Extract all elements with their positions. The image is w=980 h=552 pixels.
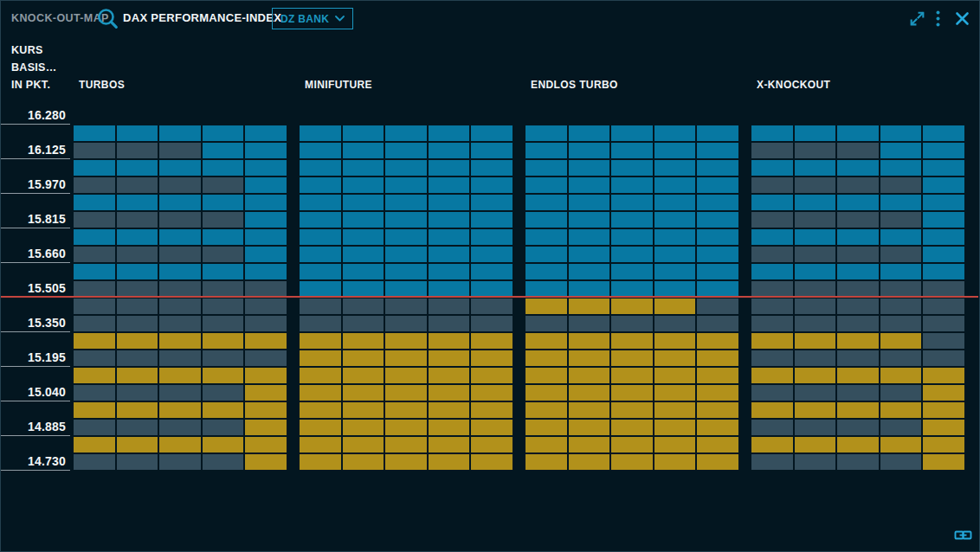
ko-cell-endlos-turbo-r17c2[interactable]	[569, 402, 610, 418]
ko-cell-x-knockout-r16c4[interactable]	[880, 385, 922, 401]
ko-cell-minifuture-r11c4[interactable]	[429, 298, 470, 314]
ko-cell-x-knockout-r15c1[interactable]	[751, 368, 793, 383]
ko-cell-x-knockout-r6c4[interactable]	[880, 212, 922, 228]
ko-cell-minifuture-r11c5[interactable]	[471, 298, 513, 314]
ko-cell-x-knockout-r9c1[interactable]	[751, 264, 793, 279]
ko-cell-x-knockout-r18c3[interactable]	[837, 420, 879, 435]
ko-cell-x-knockout-r13c4[interactable]	[880, 333, 922, 349]
ko-cell-x-knockout-r20c4[interactable]	[880, 454, 922, 470]
ko-cell-turbos-r18c2[interactable]	[117, 420, 158, 435]
ko-cell-minifuture-r14c3[interactable]	[385, 350, 427, 366]
ko-cell-x-knockout-r20c1[interactable]	[751, 454, 793, 470]
ko-cell-minifuture-r6c1[interactable]	[300, 212, 341, 228]
ko-cell-endlos-turbo-r14c5[interactable]	[697, 350, 738, 366]
ko-cell-endlos-turbo-r5c1[interactable]	[525, 195, 567, 210]
ko-cell-endlos-turbo-r11c2[interactable]	[569, 298, 610, 314]
ko-cell-minifuture-r16c2[interactable]	[343, 385, 384, 401]
ko-cell-x-knockout-r5c1[interactable]	[751, 195, 793, 210]
ko-cell-x-knockout-r18c1[interactable]	[751, 420, 793, 435]
ko-cell-endlos-turbo-r5c5[interactable]	[697, 195, 738, 210]
ko-cell-endlos-turbo-r19c3[interactable]	[611, 437, 653, 453]
ko-cell-endlos-turbo-r6c5[interactable]	[697, 212, 738, 228]
ko-cell-x-knockout-r20c2[interactable]	[795, 454, 836, 470]
ko-cell-endlos-turbo-r11c5[interactable]	[697, 298, 738, 314]
ko-cell-endlos-turbo-r10c4[interactable]	[654, 281, 696, 297]
ko-cell-endlos-turbo-r19c4[interactable]	[654, 437, 696, 453]
ko-cell-turbos-r2c1[interactable]	[74, 143, 115, 158]
ko-cell-turbos-r11c5[interactable]	[245, 298, 287, 314]
ko-cell-endlos-turbo-r17c3[interactable]	[611, 402, 653, 418]
ko-cell-turbos-r5c2[interactable]	[117, 195, 158, 210]
ko-cell-x-knockout-r8c2[interactable]	[795, 247, 836, 262]
ko-cell-x-knockout-r16c3[interactable]	[837, 385, 879, 401]
ko-cell-endlos-turbo-r2c3[interactable]	[611, 143, 653, 158]
ko-cell-minifuture-r10c5[interactable]	[471, 281, 513, 297]
ko-cell-x-knockout-r1c2[interactable]	[795, 125, 836, 141]
ko-cell-x-knockout-r15c5[interactable]	[923, 368, 964, 383]
search-icon[interactable]	[95, 6, 119, 30]
ko-cell-minifuture-r20c3[interactable]	[385, 454, 427, 470]
ko-cell-endlos-turbo-r12c2[interactable]	[569, 316, 610, 331]
ko-cell-x-knockout-r1c3[interactable]	[837, 125, 879, 141]
ko-cell-endlos-turbo-r4c1[interactable]	[525, 177, 567, 193]
ko-cell-minifuture-r2c3[interactable]	[385, 143, 427, 158]
ko-cell-endlos-turbo-r13c4[interactable]	[654, 333, 696, 349]
ko-cell-endlos-turbo-r20c4[interactable]	[654, 454, 696, 470]
ko-cell-endlos-turbo-r1c5[interactable]	[697, 125, 738, 141]
ko-cell-turbos-r7c2[interactable]	[117, 229, 158, 245]
ko-cell-minifuture-r16c4[interactable]	[429, 385, 470, 401]
ko-cell-minifuture-r1c4[interactable]	[429, 125, 470, 141]
ko-cell-turbos-r18c3[interactable]	[159, 420, 201, 435]
ko-cell-minifuture-r3c4[interactable]	[429, 160, 470, 176]
ko-cell-turbos-r13c4[interactable]	[203, 333, 244, 349]
ko-cell-turbos-r3c1[interactable]	[74, 160, 115, 176]
ko-cell-x-knockout-r6c5[interactable]	[923, 212, 964, 228]
ko-cell-minifuture-r4c4[interactable]	[429, 177, 470, 193]
ko-cell-turbos-r10c2[interactable]	[117, 281, 158, 297]
ko-cell-x-knockout-r17c2[interactable]	[795, 402, 836, 418]
ko-cell-minifuture-r17c4[interactable]	[429, 402, 470, 418]
ko-cell-turbos-r7c5[interactable]	[245, 229, 287, 245]
ko-cell-endlos-turbo-r1c1[interactable]	[525, 125, 567, 141]
ko-cell-x-knockout-r3c5[interactable]	[923, 160, 964, 176]
ko-cell-turbos-r3c5[interactable]	[245, 160, 287, 176]
ko-cell-minifuture-r6c2[interactable]	[343, 212, 384, 228]
ko-cell-endlos-turbo-r9c5[interactable]	[697, 264, 738, 279]
ko-cell-minifuture-r6c4[interactable]	[429, 212, 470, 228]
ko-cell-x-knockout-r19c4[interactable]	[880, 437, 922, 453]
ko-cell-endlos-turbo-r6c3[interactable]	[611, 212, 653, 228]
expand-icon[interactable]	[908, 10, 926, 28]
ko-cell-endlos-turbo-r8c1[interactable]	[525, 247, 567, 262]
ko-cell-endlos-turbo-r20c3[interactable]	[611, 454, 653, 470]
ko-cell-x-knockout-r15c3[interactable]	[837, 368, 879, 383]
ko-cell-x-knockout-r10c4[interactable]	[880, 281, 922, 297]
ko-cell-turbos-r1c2[interactable]	[117, 125, 158, 141]
ko-cell-minifuture-r5c1[interactable]	[300, 195, 341, 210]
ko-cell-minifuture-r3c2[interactable]	[343, 160, 384, 176]
ko-cell-turbos-r9c5[interactable]	[245, 264, 287, 279]
ko-cell-minifuture-r13c2[interactable]	[343, 333, 384, 349]
ko-cell-endlos-turbo-r10c3[interactable]	[611, 281, 653, 297]
ko-cell-minifuture-r13c1[interactable]	[300, 333, 341, 349]
ko-cell-endlos-turbo-r3c3[interactable]	[611, 160, 653, 176]
ko-cell-minifuture-r19c4[interactable]	[429, 437, 470, 453]
ko-cell-x-knockout-r20c5[interactable]	[923, 454, 964, 470]
ko-cell-turbos-r6c1[interactable]	[74, 212, 115, 228]
ko-cell-minifuture-r18c3[interactable]	[385, 420, 427, 435]
ko-cell-endlos-turbo-r15c2[interactable]	[569, 368, 610, 383]
ko-cell-x-knockout-r9c4[interactable]	[880, 264, 922, 279]
ko-cell-x-knockout-r7c5[interactable]	[923, 229, 964, 245]
ko-cell-turbos-r18c5[interactable]	[245, 420, 287, 435]
ko-cell-endlos-turbo-r18c4[interactable]	[654, 420, 696, 435]
ko-cell-minifuture-r5c4[interactable]	[429, 195, 470, 210]
ko-cell-minifuture-r6c3[interactable]	[385, 212, 427, 228]
ko-cell-endlos-turbo-r2c4[interactable]	[654, 143, 696, 158]
ko-cell-x-knockout-r13c2[interactable]	[795, 333, 836, 349]
ko-cell-turbos-r13c5[interactable]	[245, 333, 287, 349]
ko-cell-x-knockout-r4c3[interactable]	[837, 177, 879, 193]
ko-cell-x-knockout-r9c5[interactable]	[923, 264, 964, 279]
ko-cell-x-knockout-r12c2[interactable]	[795, 316, 836, 331]
ko-cell-minifuture-r19c5[interactable]	[471, 437, 513, 453]
ko-cell-endlos-turbo-r14c4[interactable]	[654, 350, 696, 366]
ko-cell-x-knockout-r2c5[interactable]	[923, 143, 964, 158]
